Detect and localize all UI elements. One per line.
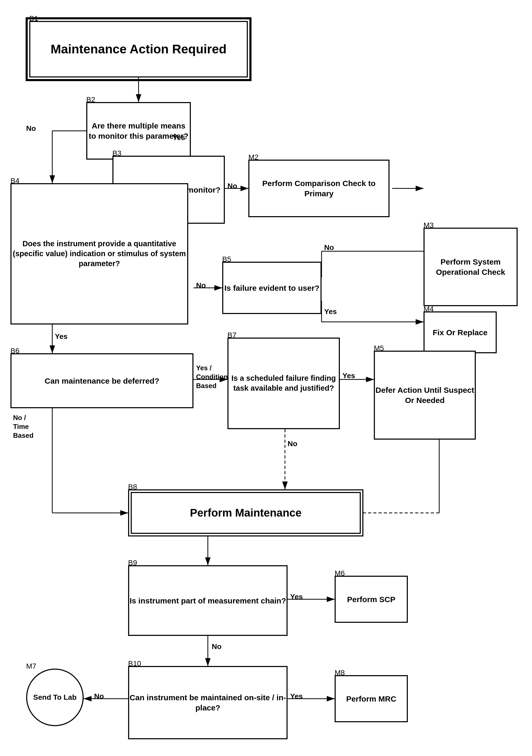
label-B3: B3 (113, 149, 121, 157)
label-B10: B10 (128, 660, 141, 668)
node-M6: Perform SCP (335, 576, 408, 623)
label-B9: B9 (128, 559, 137, 567)
label-B2: B2 (86, 95, 95, 104)
node-M8: Perform MRC (335, 675, 408, 722)
node-B1: Maintenance Action Required (29, 21, 248, 77)
node-B2: Are there multiple means to monitor this… (86, 102, 191, 160)
label-M5: M5 (374, 344, 384, 353)
arrow-b2-no: No (26, 124, 36, 133)
arrow-b5-yes: Yes (324, 308, 337, 316)
arrow-b7-yes: Yes (342, 372, 355, 380)
node-B7: Is a scheduled failure finding task avai… (227, 338, 340, 429)
label-B6: B6 (11, 347, 19, 355)
arrow-b4-no: No (196, 281, 206, 290)
label-M7: M7 (26, 662, 36, 670)
label-B1: B1 (29, 14, 38, 23)
arrow-b3-no: No (227, 182, 237, 190)
label-M3: M3 (423, 221, 434, 230)
node-M5: Defer Action Until Suspect Or Needed (374, 351, 476, 440)
node-M2: Perform Comparison Check to Primary (248, 160, 390, 217)
arrow-b5-no: No (324, 243, 334, 252)
arrow-b9-yes: Yes (290, 593, 303, 601)
arrow-b9-no: No (212, 642, 221, 651)
label-B8: B8 (128, 483, 137, 491)
node-B6: Can maintenance be deferred? (11, 353, 193, 408)
arrow-b6-no: No /TimeBased (13, 414, 34, 440)
label-M2: M2 (248, 153, 259, 161)
arrow-b7-no: No (288, 440, 297, 448)
label-B7: B7 (227, 331, 236, 339)
node-B10: Can instrument be maintained on-site / i… (128, 666, 288, 739)
arrow-b10-yes: Yes (290, 692, 303, 701)
node-B4: Does the instrument provide a quantitati… (11, 183, 188, 324)
node-B9: Is instrument part of measurement chain? (128, 565, 288, 636)
flowchart: Maintenance Action Required B1 Are there… (0, 0, 532, 756)
arrow-b2-yes: Yes (172, 133, 185, 142)
node-M7: Send To Lab (26, 669, 84, 726)
node-M4: Fix Or Replace (423, 311, 497, 353)
label-M8: M8 (335, 669, 345, 677)
node-B8: Perform Maintenance (128, 489, 363, 536)
label-M6: M6 (335, 569, 345, 578)
arrow-b4-yes: Yes (55, 332, 67, 341)
node-B5: Is failure evident to user? (222, 262, 321, 314)
node-M3: Perform System Operational Check (423, 228, 518, 306)
label-B4: B4 (11, 176, 19, 185)
label-M4: M4 (423, 305, 434, 313)
arrow-b6-yes: Yes /ConditionBased (196, 364, 228, 390)
label-B5: B5 (222, 255, 231, 263)
arrow-b10-no: No (94, 692, 104, 701)
